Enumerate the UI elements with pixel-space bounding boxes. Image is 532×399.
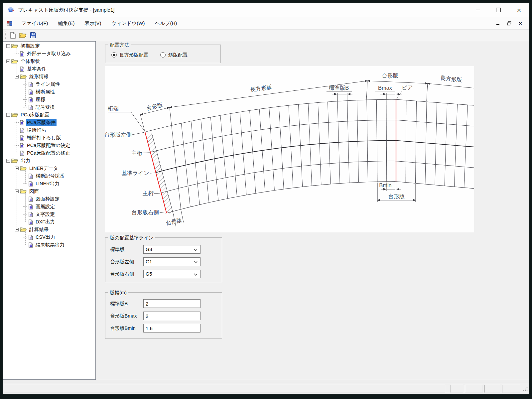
menu-window[interactable]: ウィンドウ(W) [106,17,150,29]
new-document-button[interactable] [8,31,18,40]
tree-item-label[interactable]: 図面枠設定 [35,196,61,202]
diagram-line [230,114,237,197]
girder-line-g4 [161,161,474,193]
menu-file[interactable]: ファイル(F) [16,17,53,29]
horizontal-splitter[interactable] [3,380,529,383]
save-file-button[interactable] [28,31,38,40]
tree-item-label[interactable]: 場所打ち [26,127,47,134]
tree-item-label[interactable]: 横断記号採番 [35,173,66,180]
diagram-line [140,115,145,132]
folder-icon [11,112,18,117]
tree-item-doc-25[interactable]: CSV出力 [3,233,95,241]
tree-guide-line [8,48,8,161]
close-icon: × [517,7,521,14]
trapezoid-bmin-label: 台形版Bmin [110,325,143,332]
tree-item-label[interactable]: 計算結果 [28,226,50,233]
tree-item-label[interactable]: PCa床版配置 [20,111,50,118]
diagram-line [366,81,367,100]
trapezoid-right-value: G5 [146,271,152,277]
folder-icon [20,227,27,232]
standard-slab-b-input[interactable] [143,299,200,308]
document-icon [20,151,24,156]
navigation-tree: 初期設定外部データ取り込み全体形状基本条件線形情報ライン属性横断属性座標記号変換… [3,42,95,249]
tree-item-label[interactable]: 文字設定 [35,211,56,218]
tree-guide-line [17,64,17,76]
trapezoid-right-select[interactable]: G5 [143,270,200,278]
tree-item-doc-5[interactable]: ライン属性 [3,80,95,88]
maximize-button[interactable] [488,3,509,17]
tree-item-label[interactable]: 横断属性 [35,88,56,95]
toolbar-grip[interactable] [5,32,6,39]
document-icon [20,120,24,125]
child-minimize-button[interactable] [492,18,503,28]
tree-item-label[interactable]: DXF出力 [35,218,56,225]
tree-item-label[interactable]: 座標 [35,96,46,103]
label-girder-end: 桁端 [108,105,119,111]
child-restore-button[interactable] [503,18,515,28]
document-icon [29,105,33,110]
reference-line-title: 版の配置基準ライン [108,235,155,241]
label-rectangular-top-right: 長方形版 [440,75,463,83]
diagram-line [210,117,218,200]
tree-connector [23,107,27,107]
tree-item-label[interactable]: 画層設定 [35,203,56,210]
standard-slab-select[interactable]: G3 [143,245,200,254]
tree-item-label[interactable]: PCa床版配置の修正 [26,150,71,157]
tree-item-label[interactable]: PCa床版配置の決定 [26,142,71,149]
tree-item-label[interactable]: LINER出力 [35,180,61,187]
menu-edit[interactable]: 編集(E) [53,17,80,29]
folder-icon [20,189,27,194]
tree-guide-line [25,194,26,222]
diagram-line [406,100,406,182]
tree-connector [15,54,19,54]
diagram-line [201,119,209,202]
menu-help[interactable]: ヘルプ(H) [150,17,182,29]
status-cell [451,385,463,393]
tree-item-label[interactable]: 初期設定 [20,43,41,50]
document-icon [20,128,24,133]
folder-icon [11,59,18,64]
child-close-button[interactable]: × [515,18,526,28]
tree-item-label[interactable]: 全体形状 [20,58,41,65]
menu-view[interactable]: 表示(V) [80,17,106,29]
resize-grip[interactable] [523,386,528,391]
open-file-button[interactable] [18,31,28,40]
document-icon [29,242,33,248]
tree-item-label[interactable]: 結果帳票出力 [35,241,66,248]
tree-item-label[interactable]: 基本条件 [26,66,47,72]
standard-slab-value: G3 [146,247,152,252]
tree-item-label[interactable]: 外部データ取り込み [26,50,72,57]
trapezoid-bmin-input[interactable] [143,324,200,332]
tree-item-label[interactable]: 図面 [28,188,40,195]
tree-item-doc-7[interactable]: 座標 [3,96,95,103]
trapezoid-bmax-input[interactable] [143,312,200,320]
document-icon [29,174,33,179]
tree-item-label[interactable]: 記号変換 [35,104,56,111]
minimize-button[interactable] [467,3,488,17]
tree-guide-line [17,163,17,229]
tree-connector [23,184,27,184]
tree-item-label[interactable]: PCa床版条件 [26,119,57,126]
tree-item-doc-6[interactable]: 横断属性 [3,88,95,96]
tree-item-doc-26[interactable]: 結果帳票出力 [3,241,95,249]
tree-item-label[interactable]: 線形情報 [28,73,50,80]
tree-item-label[interactable]: LINERデータ [28,165,59,172]
trapezoid-left-select[interactable]: G1 [143,257,200,266]
folder-icon [20,166,27,171]
tree-connector [15,153,19,153]
radio-unselected-icon [160,52,166,58]
tree-item-label[interactable]: 端部打下ろし版 [26,134,62,141]
tree-expander-icon[interactable] [6,44,10,48]
radio-rectangular-layout[interactable]: 長方形版配置 [111,52,148,58]
radio-rectangular-label: 長方形版配置 [119,52,148,58]
tree-item-label[interactable]: ライン属性 [35,81,61,88]
status-message-panel [4,385,445,393]
tree-item-doc-8[interactable]: 記号変換 [3,103,95,111]
diagram-line [172,125,181,209]
tree-item-label[interactable]: 出力 [20,157,31,164]
diagram-line [240,112,246,195]
diagram-line [160,212,166,213]
tree-item-label[interactable]: CSV出力 [35,234,56,241]
radio-skew-layout[interactable]: 斜版配置 [160,52,188,58]
close-button[interactable]: × [509,3,529,17]
